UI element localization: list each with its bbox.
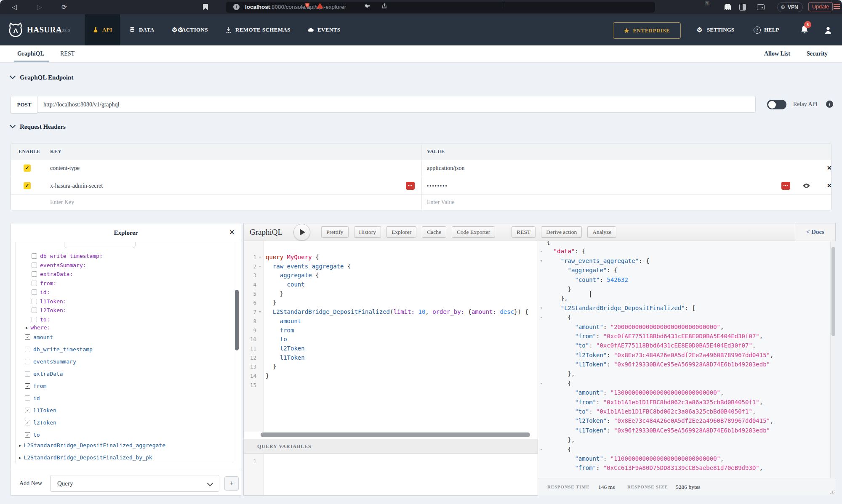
field-item[interactable]: ✓from <box>25 380 233 392</box>
enterprise-button[interactable]: ★ ENTERPRISE <box>613 22 681 39</box>
fold-icon[interactable]: ▾ <box>538 379 544 388</box>
extension-halftone-icon[interactable] <box>739 4 746 11</box>
hasura-logo[interactable] <box>7 21 24 39</box>
arg-item[interactable]: to: <box>32 315 233 324</box>
share-icon[interactable] <box>381 3 388 9</box>
tab-graphiql[interactable]: GraphiQL <box>17 45 44 62</box>
request-headers-section-header[interactable]: Request Headers <box>11 123 66 130</box>
vpn-button[interactable]: VPN <box>777 2 803 12</box>
field-checkbox[interactable]: ✓ <box>25 408 30 413</box>
query-editor[interactable]: 1▾query MyQuery {2▾ raw_events_aggregate… <box>244 241 538 432</box>
rest-button[interactable]: REST <box>512 226 536 238</box>
reveal-eye-icon[interactable] <box>802 182 810 190</box>
forward-icon[interactable]: ▷ <box>37 3 42 12</box>
fold-icon[interactable]: ▾ <box>538 256 544 265</box>
nav-item-remote-schemas[interactable]: REMOTE SCHEMAS <box>218 14 298 45</box>
field-checkbox[interactable]: ✓ <box>25 420 30 425</box>
arg-item[interactable]: from: <box>32 279 233 288</box>
explorer-scrollbar[interactable] <box>235 290 239 350</box>
field-checkbox[interactable] <box>32 317 37 322</box>
field-checkbox[interactable] <box>32 271 37 277</box>
field-checkbox[interactable] <box>32 253 37 259</box>
nav-item-api[interactable]: API <box>85 14 120 45</box>
relay-api-toggle[interactable] <box>767 100 786 109</box>
branch-item[interactable]: ▶L2StandardBridge_DepositFinalized_by_pk <box>19 451 233 463</box>
enable-checkbox[interactable]: ✓ <box>24 164 31 172</box>
field-checkbox[interactable] <box>25 347 30 352</box>
branch-item[interactable]: ▶L2StandardBridge_DepositFinalized_aggre… <box>19 439 233 451</box>
query-variables-editor[interactable]: 1 <box>244 454 538 495</box>
field-checkbox[interactable] <box>32 289 37 295</box>
security-link[interactable]: Security <box>807 45 828 62</box>
nav-item-data[interactable]: DATA <box>121 14 162 45</box>
field-checkbox[interactable]: ✓ <box>25 432 30 438</box>
tab-rest[interactable]: REST <box>60 45 75 62</box>
field-checkbox[interactable] <box>32 308 37 313</box>
where-branch[interactable]: ▶ where: <box>26 323 233 332</box>
field-checkbox[interactable] <box>32 299 37 304</box>
add-query-button[interactable]: + <box>224 476 239 491</box>
analyze-button[interactable]: Analyze <box>587 226 616 238</box>
field-item[interactable]: ✓amount <box>25 331 233 343</box>
arg-item[interactable]: eventsSummary: <box>32 261 233 270</box>
header-key[interactable]: content-type <box>50 159 80 177</box>
settings-button[interactable]: ⚙ SETTINGS <box>697 14 734 45</box>
nav-item-events[interactable]: EVENTS <box>300 14 348 45</box>
extension-wallet-icon[interactable] <box>757 4 765 10</box>
fold-icon[interactable]: ▾ <box>538 445 544 454</box>
field-checkbox[interactable]: ✓ <box>25 334 30 340</box>
field-checkbox[interactable] <box>32 263 37 268</box>
key-icon[interactable] <box>364 3 371 9</box>
info-icon[interactable]: i <box>826 101 833 108</box>
fold-icon[interactable]: ▾ <box>256 262 264 271</box>
arg-item[interactable]: l2Token: <box>32 306 233 315</box>
fold-icon[interactable]: ▾ <box>256 253 264 262</box>
remove-row-icon[interactable]: ✕ <box>827 159 832 177</box>
arg-item[interactable]: l1Token: <box>32 297 233 306</box>
address-bar[interactable]: i localhost:8080/console/api/api-explore… <box>226 2 655 13</box>
derive-action-button[interactable]: Derive action <box>541 226 582 238</box>
field-checkbox[interactable] <box>25 371 30 377</box>
fold-icon[interactable]: ▾ <box>256 308 264 317</box>
user-icon[interactable] <box>823 25 833 35</box>
menu-icon[interactable] <box>834 4 840 5</box>
update-button[interactable]: Update <box>808 2 833 11</box>
fold-icon[interactable]: ▾ <box>538 313 544 322</box>
field-checkbox[interactable] <box>32 281 37 286</box>
query-variables-bar[interactable]: QUERY VARIABLES <box>244 439 538 454</box>
field-checkbox[interactable]: ✓ <box>25 383 30 389</box>
field-checkbox[interactable] <box>25 395 30 401</box>
explorer-button[interactable]: Explorer <box>386 226 416 238</box>
field-item[interactable]: ✓l2Token <box>25 416 233 429</box>
field-item[interactable]: ✓l1Token <box>25 404 233 416</box>
explorer-field-tree[interactable]: db_write_timestamp:eventsSummary:extraDa… <box>15 242 233 463</box>
history-button[interactable]: History <box>354 226 381 238</box>
docs-button[interactable]: < Docs <box>795 223 835 241</box>
header-value[interactable]: application/json <box>427 159 464 177</box>
graphql-endpoint-input[interactable]: http://localhost:8080/v1/graphql <box>37 96 756 113</box>
arg-item[interactable]: db_write_timestamp: <box>32 252 233 261</box>
allow-list-link[interactable]: Allow List <box>764 45 790 62</box>
close-icon[interactable]: ✕ <box>229 223 235 242</box>
field-item[interactable]: id <box>25 392 233 404</box>
enable-checkbox[interactable]: ✓ <box>24 182 31 189</box>
reload-icon[interactable]: ⟳ <box>61 3 67 12</box>
arg-item[interactable]: extraData: <box>32 270 233 279</box>
bookmark-icon[interactable] <box>203 4 208 10</box>
extension-ghost-icon[interactable] <box>725 4 731 10</box>
field-item[interactable]: db_write_timestamp <box>25 343 233 355</box>
fold-icon[interactable]: ▾ <box>538 303 544 313</box>
code-exporter-button[interactable]: Code Exporter <box>452 226 495 238</box>
horizontal-scrollbar[interactable] <box>261 432 530 437</box>
remove-row-icon[interactable]: ✕ <box>827 177 832 195</box>
response-scrollbar-thumb[interactable] <box>831 247 835 336</box>
site-info-icon[interactable]: i <box>233 4 240 10</box>
header-value-masked[interactable]: •••••••• <box>427 177 448 195</box>
cache-button[interactable]: Cache <box>422 226 446 238</box>
add-type-select[interactable]: Query <box>50 475 219 492</box>
fold-icon[interactable]: ▾ <box>538 247 544 256</box>
help-button[interactable]: ? HELP <box>754 14 779 45</box>
back-icon[interactable]: ◁ <box>12 3 17 12</box>
field-item[interactable]: eventsSummary <box>25 355 233 368</box>
resize-handle-icon[interactable] <box>830 490 834 494</box>
